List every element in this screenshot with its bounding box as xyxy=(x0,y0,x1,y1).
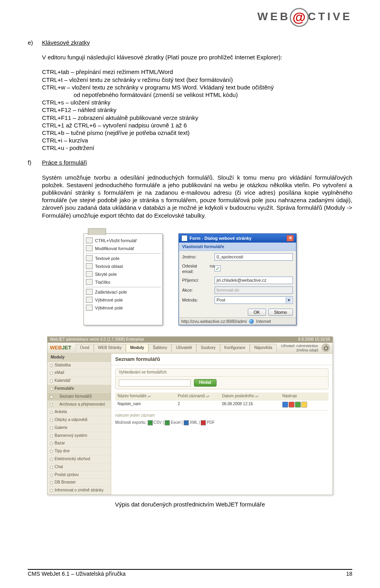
shortcut-note: od nepotřebného formátování (zmenší se v… xyxy=(74,91,352,99)
sidebar-item[interactable]: Bannerový systém xyxy=(48,432,111,440)
select-method[interactable]: Post xyxy=(215,296,293,304)
menu-item-icon xyxy=(86,297,93,303)
context-menu-list: CTRL+Vložit formulářModifikovat formulář… xyxy=(84,235,162,313)
menu-item-icon xyxy=(86,245,93,251)
context-menu-item[interactable]: Textové pole xyxy=(84,254,162,262)
checkbox-send-email[interactable]: ✓ xyxy=(215,266,220,271)
menu-item-icon xyxy=(86,305,93,311)
context-menu-item[interactable]: Zaškrtávací pole xyxy=(84,288,162,296)
admin-tab[interactable]: Úvod xyxy=(76,344,93,352)
menu-item-label: Výběrové pole xyxy=(95,305,123,310)
export-icon-pdf[interactable] xyxy=(201,420,206,425)
export-csv[interactable]: CSV xyxy=(154,420,162,425)
menu-item-icon xyxy=(86,255,93,261)
sidebar-item[interactable]: Statistika xyxy=(48,362,111,370)
footer-page-number: 18 xyxy=(346,571,352,577)
sidebar-item[interactable]: Kalendář xyxy=(48,377,111,385)
dialog-section-title: Vlastnosti formuláře xyxy=(179,243,296,251)
tool-icon-1[interactable] xyxy=(282,402,288,408)
sidebar-item[interactable]: DB Browser xyxy=(48,479,111,487)
search-input[interactable] xyxy=(119,379,191,387)
sidebar-item[interactable]: Chat xyxy=(48,463,111,471)
internet-zone-icon xyxy=(249,319,254,324)
sidebar-item[interactable]: Tipy dne xyxy=(48,448,111,455)
admin-tab[interactable]: Soubory xyxy=(196,344,220,352)
col-date[interactable]: Datum posledního xyxy=(222,394,254,398)
menu-item-icon xyxy=(86,237,93,243)
export-icon-excel[interactable] xyxy=(165,420,170,425)
lbl-name: Jméno: xyxy=(182,254,215,260)
export-excel[interactable]: Excel xyxy=(171,420,180,425)
sidebar-item[interactable]: Otázky a odpovědi xyxy=(48,416,111,424)
admin-tab[interactable]: Moduly xyxy=(126,344,148,352)
sidebar-item[interactable]: Anketa xyxy=(48,408,111,416)
close-icon[interactable]: ✕ xyxy=(287,235,294,241)
sidebar-subitem[interactable]: Archivace a přejmenování xyxy=(48,401,111,409)
sidebar-item[interactable]: Galerie xyxy=(48,424,111,432)
sidebar-item[interactable]: Poslat zprávu xyxy=(48,471,111,479)
cancel-button[interactable]: Storno xyxy=(268,309,293,316)
power-icon[interactable]: ⏻ xyxy=(321,343,330,352)
shortcuts-before: CTRL+tab – přepínání mezi režimem HTML/W… xyxy=(42,68,352,91)
section-e-intro: V editoru fungují následující klávesové … xyxy=(42,53,352,61)
context-menu-item[interactable]: Výběrové pole xyxy=(84,296,162,304)
lbl-method: Metoda: xyxy=(182,297,215,303)
menu-item-label: Modifikovat formulář xyxy=(95,246,134,251)
export-icon-csv[interactable] xyxy=(148,420,153,425)
export-pdf[interactable]: PDF xyxy=(207,420,215,425)
sidebar-item[interactable]: Formuláře xyxy=(48,385,111,393)
section-f-title: Práce s formuláři xyxy=(42,159,352,166)
admin-tab[interactable]: Uživatelé xyxy=(171,344,196,352)
lbl-action: Akce: xyxy=(182,287,215,293)
figure-caption: Výpis dat doručených prostřednictvím Web… xyxy=(28,501,352,508)
context-menu-item[interactable]: Textová oblast xyxy=(84,262,162,270)
export-icon-xml[interactable] xyxy=(184,420,189,425)
admin-user-line2[interactable]: Změna údajů xyxy=(281,348,318,352)
tool-icon-4[interactable] xyxy=(301,402,307,408)
dialog-title: Form - Dialog webové stránky xyxy=(190,235,251,241)
brand-right: CTIVE xyxy=(308,10,352,23)
sidebar-subitem[interactable]: Seznam formulářů xyxy=(48,393,111,401)
row-name[interactable]: Napiste_nam xyxy=(115,400,175,410)
sidebar-item[interactable]: eMail xyxy=(48,369,111,377)
sidebar-item[interactable]: Elektronický obchod xyxy=(48,455,111,463)
context-menu-item[interactable]: Modifikovat formulář xyxy=(84,245,162,252)
section-e-title: Klávesové zkratky xyxy=(42,39,352,46)
admin-tab[interactable]: WEB Stránky xyxy=(94,344,126,352)
section-f-paragraph: Systém umožňuje tvorbu a odesílání jedno… xyxy=(42,174,352,219)
admin-tab[interactable]: Šablony xyxy=(148,344,171,352)
sidebar-item[interactable]: Informovat o změně stránky xyxy=(48,487,111,495)
context-menu-item[interactable]: Tlačítko xyxy=(84,278,162,286)
menu-item-label: Textové pole xyxy=(95,256,120,261)
context-menu-item[interactable]: CTRL+Vložit formulář xyxy=(84,237,162,245)
search-header: Vyhledávání ve formulářích xyxy=(116,369,328,377)
admin-brand: WEBJET xyxy=(50,345,71,351)
screenshot-webjet-admin: WebJET administrace verze 6.0 (1.7.2008)… xyxy=(47,336,333,495)
context-menu-item[interactable]: Výběrové pole xyxy=(84,304,162,312)
menu-item-icon xyxy=(86,279,93,285)
input-name[interactable]: 0_spolecnosti xyxy=(215,253,293,261)
tool-icon-3[interactable] xyxy=(295,402,301,408)
dialog-app-icon xyxy=(181,235,188,241)
row-count: 2 xyxy=(175,400,220,410)
input-recipients[interactable]: jiri.chladek@webactive.cz xyxy=(215,277,293,284)
context-menu-item[interactable]: Skryté pole xyxy=(84,270,162,278)
admin-tab[interactable]: Konfigurace xyxy=(220,344,250,352)
admin-sidebar-list: StatistikaeMailKalendářFormulářeSeznam f… xyxy=(48,362,111,495)
row-tools xyxy=(280,400,329,410)
col-count[interactable]: Počet záznamů xyxy=(178,394,205,398)
search-box: Vyhledávání ve formulářích Hledat xyxy=(115,368,329,389)
search-button[interactable]: Hledat xyxy=(194,379,217,387)
admin-datetime: 8.8.2008 15:16:56 xyxy=(298,337,330,342)
col-name[interactable]: Název formuláře xyxy=(118,394,146,398)
ok-button[interactable]: OK xyxy=(248,309,266,316)
sidebar-item[interactable]: Bazar xyxy=(48,440,111,448)
tool-icon-2[interactable] xyxy=(289,402,294,408)
admin-tab[interactable]: Nápověda xyxy=(250,344,277,352)
admin-tabs: ÚvodWEB StránkyModulyŠablonyUživateléSou… xyxy=(76,344,276,352)
menu-item-label: Výběrové pole xyxy=(95,298,123,302)
input-action: formmail.do xyxy=(215,286,293,294)
row-date: 06.08.2008 12:16 xyxy=(220,400,280,410)
footer-title: CMS WebJet 6.1 – Uživatelská příručka xyxy=(28,571,125,577)
export-xml[interactable]: XML xyxy=(190,420,198,425)
